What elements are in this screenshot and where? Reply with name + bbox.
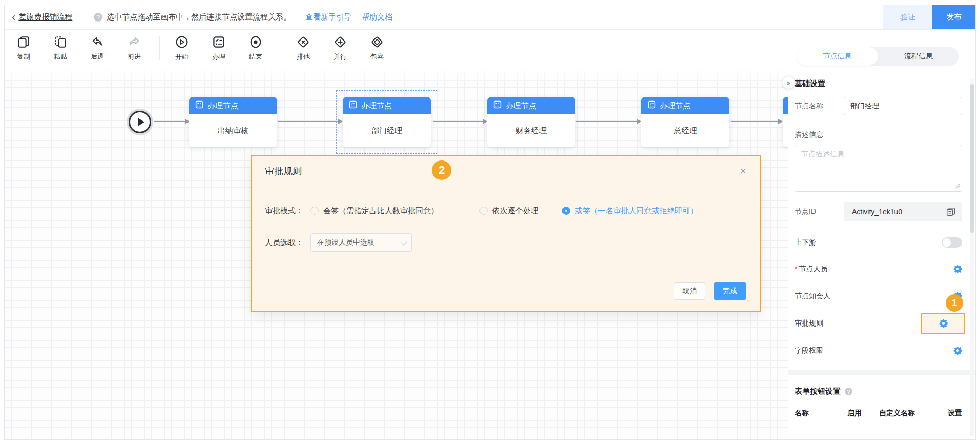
task-node-partial[interactable]: 办理节点 [783, 97, 788, 147]
editor-column: 复制 粘贴 后退 前进 [5, 30, 788, 439]
node-name: 出纳审核 [189, 114, 277, 147]
top-bar: ‹ 差旅费报销流程 ? 选中节点拖动至画布中，然后连接节点设置流程关系。 查看新… [5, 5, 975, 30]
beginner-guide-link[interactable]: 查看新手引导 [305, 12, 351, 22]
node-name [783, 114, 788, 147]
node-members-label: *节点人员 [795, 265, 827, 274]
undo-icon [91, 35, 103, 49]
approval-rule-highlight-box: 1 [921, 313, 965, 334]
toolbar-inclusive-label: 包容 [370, 52, 384, 62]
toolbar-parallel-gateway[interactable]: 并行 [326, 35, 354, 62]
toolbar-copy[interactable]: 复制 [10, 35, 37, 62]
toolbar-separator [159, 36, 160, 60]
toolbar-start-label: 开始 [175, 52, 189, 62]
toolbar-inclusive-gateway[interactable]: 包容 [363, 35, 391, 62]
toolbar-task[interactable]: 办理 [205, 35, 233, 62]
task-node-finance-manager[interactable]: 办理节点 财务经理 [487, 97, 575, 147]
toolbar-exclusive-gateway[interactable]: 排他 [289, 35, 317, 62]
back-icon[interactable]: ‹ [12, 12, 15, 23]
node-id-label: 节点ID [795, 207, 844, 216]
gear-icon[interactable] [953, 346, 962, 355]
section-divider [788, 370, 975, 375]
task-icon [493, 100, 502, 111]
node-name: 总经理 [641, 114, 729, 147]
scrollbar-thumb[interactable] [970, 84, 974, 233]
radio-icon[interactable] [479, 207, 488, 215]
radio-sequential[interactable]: 依次逐个处理 [479, 206, 538, 216]
task-node-cashier[interactable]: 办理节点 出纳审核 [189, 97, 277, 147]
node-members-row: *节点人员 [795, 255, 962, 282]
panel-tabs: 节点信息 流程信息 [797, 47, 959, 66]
node-name-input[interactable] [844, 97, 962, 115]
close-icon[interactable]: × [740, 166, 746, 177]
task-icon [213, 35, 225, 49]
gear-icon[interactable] [953, 265, 962, 273]
edge-node2-to-node3[interactable] [433, 121, 483, 122]
node-id-field: Activity_1ek1u0 [844, 202, 962, 221]
toolbar-redo[interactable]: 前进 [120, 35, 148, 62]
node-type-label: 办理节点 [361, 101, 392, 111]
publish-button[interactable]: 发布 [932, 5, 975, 29]
field-permission-label: 字段权限 [795, 346, 823, 355]
person-select-value: 在预设人员中选取 [317, 238, 374, 247]
tab-node-info[interactable]: 节点信息 [797, 47, 878, 66]
panel-scrollbar[interactable] [970, 79, 974, 436]
toolbar-paste[interactable]: 粘贴 [47, 35, 74, 62]
node-header: 办理节点 [189, 97, 277, 114]
form-button-settings-header: 表单按钮设置 ? [795, 387, 962, 396]
radio-countersign-label: 会签（需指定占比人数审批同意） [323, 206, 439, 216]
radio-or-sign[interactable]: 或签（一名审批人同意或拒绝即可） [562, 206, 698, 216]
canvas-usage-tip: 选中节点拖动至画布中，然后连接节点设置流程关系。 [107, 12, 291, 22]
toolbar-start-event[interactable]: 开始 [168, 35, 196, 62]
validate-button[interactable]: 验证 [883, 5, 932, 29]
updown-row: 上下游 [795, 230, 962, 255]
radio-checked-icon[interactable] [562, 207, 570, 215]
updown-toggle[interactable] [942, 237, 962, 248]
play-icon [138, 118, 144, 126]
toolbar-undo-label: 后退 [91, 52, 104, 62]
main-area: 复制 粘贴 后退 前进 [5, 30, 975, 439]
description-label: 描述信息 [795, 130, 962, 139]
radio-sequential-label: 依次逐个处理 [492, 206, 538, 216]
edge-node4-to-node5[interactable] [731, 121, 778, 122]
dialog-header: 审批规则 2 × [252, 156, 760, 186]
collapse-panel-button[interactable]: » [782, 76, 795, 89]
copy-icon [17, 35, 30, 49]
confirm-button[interactable]: 完成 [714, 282, 746, 300]
flow-canvas[interactable]: 办理节点 出纳审核 办理节点 部门经理 办理节点 财务 [5, 67, 788, 439]
help-docs-link[interactable]: 帮助文档 [362, 12, 392, 22]
edge-start-to-node1[interactable] [154, 121, 185, 122]
description-textarea[interactable] [795, 145, 962, 192]
column-name: 名称 [795, 409, 847, 418]
copy-node-id-button[interactable] [939, 202, 962, 221]
node-header: 办理节点 [487, 97, 575, 114]
toolbar-undo[interactable]: 后退 [84, 35, 111, 62]
person-select-label: 人员选取： [265, 238, 303, 248]
paste-icon [54, 35, 67, 49]
tab-flow-info[interactable]: 流程信息 [878, 47, 960, 66]
resize-handle-icon[interactable] [955, 181, 960, 191]
node-cc-label: 节点知会人 [795, 292, 830, 301]
radio-countersign[interactable]: 会签（需指定占比人数审批同意） [310, 206, 439, 216]
person-select-dropdown[interactable]: 在预设人员中选取 [310, 233, 412, 252]
toolbar-end-event[interactable]: 结束 [242, 35, 269, 62]
flow-title[interactable]: 差旅费报销流程 [18, 12, 72, 22]
node-header: 办理节点 [783, 97, 788, 114]
approval-mode-label: 审批模式： [265, 206, 303, 216]
approval-rule-label: 审批规则 [795, 319, 823, 328]
divider [795, 229, 962, 229]
radio-icon[interactable] [310, 207, 319, 215]
cancel-button[interactable]: 取消 [674, 282, 705, 300]
edge-node3-to-node4[interactable] [576, 121, 637, 122]
help-circle-icon: ? [94, 13, 102, 22]
start-event-node[interactable] [129, 111, 151, 133]
edge-node1-to-node2[interactable] [278, 121, 338, 122]
column-setting: 设置 [940, 409, 962, 418]
redo-icon [128, 35, 140, 49]
node-name: 部门经理 [343, 114, 431, 147]
help-circle-icon: ? [845, 388, 852, 395]
task-node-dept-manager[interactable]: 办理节点 部门经理 [343, 97, 431, 147]
updown-label: 上下游 [795, 238, 816, 247]
node-cc-row: 节点知会人 [795, 282, 962, 310]
task-node-general-manager[interactable]: 办理节点 总经理 [641, 97, 729, 147]
gear-icon[interactable] [939, 319, 948, 328]
